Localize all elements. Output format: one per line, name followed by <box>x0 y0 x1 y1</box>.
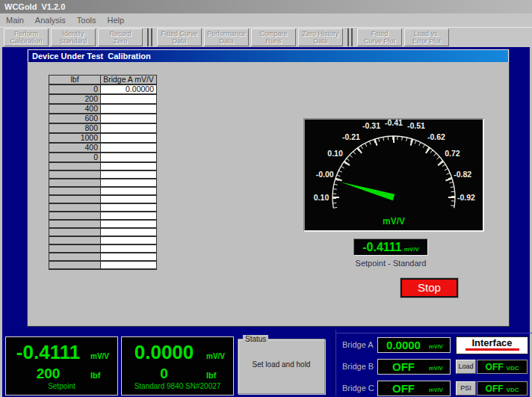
difference-value: -0.4111 <box>362 241 402 254</box>
bridge-value-cell[interactable] <box>101 220 157 228</box>
load-cell <box>49 253 101 261</box>
table-header-row: lbfBridge A mV/V <box>49 76 157 85</box>
bridge-value-cell[interactable] <box>101 104 157 114</box>
window-title: WCGold V1.2.0 <box>0 0 532 13</box>
bridge-value: 0.0000 <box>378 339 429 352</box>
gauge-unit-label: mV/V <box>383 216 405 227</box>
table-row: 800 <box>49 123 157 133</box>
bridge-value-cell[interactable] <box>101 143 157 153</box>
bridge-value-cell[interactable] <box>101 179 157 187</box>
bridge-label-bridge-a: Bridge A <box>342 337 377 353</box>
load-cell <box>49 261 101 269</box>
standard-load-unit: lbf <box>206 371 233 382</box>
panel-top-edge <box>336 333 532 333</box>
toolbar-button-fitted-curve-data[interactable]: Fitted Curve Data <box>157 28 202 46</box>
toolbar-button-performance-data[interactable]: Performance Data <box>204 28 249 46</box>
menu-bar: MainAnalysisToolsHelp <box>0 13 532 27</box>
bridge-display-bridge-b: OFFmV/V <box>377 359 451 375</box>
gauge-needle <box>341 182 395 201</box>
table-row <box>49 236 157 244</box>
bridge-value-cell[interactable] <box>101 212 157 220</box>
load-cell: 0 <box>49 84 101 94</box>
setpoint-display: -0.4111 mV/V 200 lbf Setpoint <box>5 336 118 396</box>
menu-item-main[interactable]: Main <box>6 16 31 25</box>
gauge-tick <box>430 150 433 153</box>
table-header-bridge-a-mv-v: Bridge A mV/V <box>101 76 157 85</box>
status-groupbox: Status Set load and hold <box>238 339 325 394</box>
gauge-tick <box>341 166 344 168</box>
bridge-value-cell[interactable] <box>101 123 157 133</box>
bridge-value-cell[interactable] <box>101 114 157 123</box>
gauge-tick <box>375 139 377 146</box>
standard-unit: mV/V <box>206 352 233 363</box>
gauge-scale-label: 0.10 <box>314 193 330 202</box>
table-row <box>49 203 157 212</box>
menu-item-analysis[interactable]: Analysis <box>35 16 72 25</box>
bridge-value-cell[interactable] <box>101 187 157 195</box>
gauge-scale-label: -0.82 <box>454 170 471 179</box>
gauge-tick <box>433 153 436 156</box>
interface-button[interactable]: Interface <box>456 336 528 354</box>
toolbar-button-compare-runs[interactable]: Compare Runs <box>251 28 296 46</box>
bridge-value: OFF <box>378 382 429 396</box>
table-row: 400 <box>49 104 157 114</box>
toolbar-button-zero-history-data[interactable]: Zero History Data <box>298 28 343 46</box>
bridge-value-cell[interactable] <box>101 133 157 143</box>
load-cell <box>49 244 101 253</box>
gauge-tick <box>337 175 341 176</box>
bridge-value-cell[interactable] <box>101 228 157 236</box>
bridge-value-cell[interactable] <box>101 170 157 179</box>
load-cell: 400 <box>49 104 101 114</box>
gauge-tick <box>419 142 421 145</box>
bridge-value-cell[interactable] <box>101 195 157 203</box>
aux-value: OFF <box>486 362 504 373</box>
table-row <box>49 212 157 220</box>
menu-item-tools[interactable]: Tools <box>77 16 103 25</box>
load-cell <box>49 228 101 236</box>
load-cell: 200 <box>49 94 101 104</box>
gauge-tick <box>445 179 452 181</box>
toolbar-button-identify-standard[interactable]: Identify Standard <box>51 28 96 46</box>
standard-value: 0.0000 <box>122 341 206 363</box>
bridge-value-cell[interactable] <box>101 253 157 261</box>
bridge-value-cell[interactable] <box>101 244 157 253</box>
toolbar-button-load-vs-error-plot[interactable]: Load vs. Error Plot <box>404 28 449 46</box>
form-title-bar: Device Under Test Calibration <box>28 49 509 62</box>
gauge-tick <box>445 169 448 170</box>
toolbar-button-perform-calibration[interactable]: Perform Calibration <box>4 28 49 46</box>
menu-item-help[interactable]: Help <box>108 16 132 25</box>
gauge-tick <box>402 137 403 141</box>
bridge-value-cell[interactable] <box>101 153 157 162</box>
bridge-value-cell[interactable]: 0.00000 <box>101 84 157 94</box>
bridge-value-cell[interactable] <box>101 94 157 104</box>
gauge-tick <box>347 159 350 161</box>
table-row <box>49 162 157 170</box>
bridge-value-cell[interactable] <box>101 203 157 212</box>
table-row <box>49 179 157 187</box>
readout-caption: Setpoint - Standard <box>331 259 451 268</box>
bridge-value-cell[interactable] <box>101 236 157 244</box>
load-cell <box>49 212 101 220</box>
bridge-label-bridge-b: Bridge B <box>342 359 377 375</box>
gauge-scale-label: 0.72 <box>445 149 460 158</box>
setpoint-value: -0.4111 <box>6 341 90 363</box>
gauge-scale-label: -0.62 <box>427 132 445 141</box>
setpoint-unit: mV/V <box>90 352 117 363</box>
aux-display-psi: OFFVDC <box>477 381 528 396</box>
stop-button[interactable]: Stop <box>400 278 458 298</box>
table-row: 00.00000 <box>49 84 157 94</box>
gauge-tick <box>447 173 451 174</box>
bridge-value-cell[interactable] <box>101 162 157 170</box>
gauge-tick <box>437 157 440 159</box>
gauge-svg: 0.10-0.000.10-0.21-0.31-0.41-0.51-0.620.… <box>305 120 483 230</box>
load-cell <box>49 203 101 212</box>
gauge-tick <box>338 170 341 172</box>
standard-caption: Standard 9840 SN#20027 <box>122 382 233 394</box>
bridge-value-cell[interactable] <box>101 261 157 269</box>
toolbar-button-record-zero[interactable]: Record Zero <box>98 28 143 46</box>
status-title: Status <box>243 335 268 343</box>
gauge-scale-label: -0.21 <box>342 132 360 141</box>
toolbar-button-fitted-curve-plot[interactable]: Fitted Curve Plot <box>357 28 402 46</box>
gauge-tick <box>383 137 384 141</box>
load-cell <box>49 220 101 228</box>
